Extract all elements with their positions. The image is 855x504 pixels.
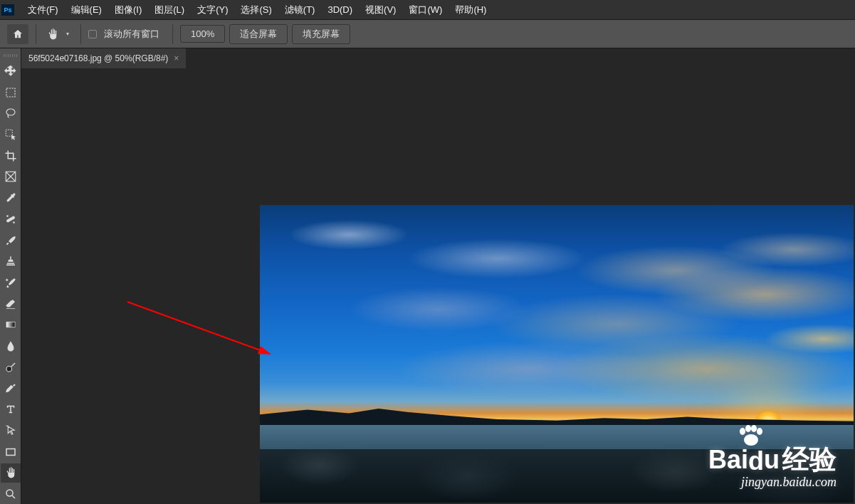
document-tab[interactable]: 56f5024e07168.jpg @ 50%(RGB/8#) × — [21, 48, 186, 68]
clone-stamp-tool[interactable] — [1, 251, 21, 271]
zoom-tool[interactable] — [1, 484, 21, 504]
menu-filter[interactable]: 滤镜(T) — [278, 1, 322, 19]
pen-tool[interactable] — [1, 379, 21, 399]
menu-layer[interactable]: 图层(L) — [148, 1, 191, 19]
menu-edit[interactable]: 编辑(E) — [65, 1, 108, 19]
arrow-icon — [4, 424, 17, 437]
tool-preset-dropdown[interactable]: ▾ — [66, 31, 69, 37]
blur-icon — [4, 340, 17, 352]
menu-type[interactable]: 文字(Y) — [191, 1, 234, 19]
blur-tool[interactable] — [1, 336, 21, 356]
svg-rect-7 — [6, 322, 15, 328]
lasso-icon — [4, 107, 17, 120]
eraser-icon — [4, 298, 17, 310]
healing-brush-tool[interactable] — [1, 209, 21, 229]
quick-select-icon — [4, 128, 17, 141]
divider — [36, 24, 36, 44]
history-brush-tool[interactable] — [1, 273, 21, 293]
menu-window[interactable]: 窗口(W) — [402, 1, 449, 19]
annotation-arrow — [124, 298, 277, 359]
canvas-area: 56f5024e07168.jpg @ 50%(RGB/8#) × — [21, 48, 855, 504]
dodge-tool[interactable] — [1, 357, 21, 377]
document-image — [260, 205, 854, 503]
hand-icon — [46, 28, 59, 41]
move-tool[interactable] — [1, 61, 21, 81]
home-icon — [12, 28, 23, 40]
frame-icon — [4, 170, 17, 183]
pen-icon — [4, 382, 17, 395]
hand-icon — [4, 466, 17, 479]
svg-rect-9 — [6, 448, 15, 455]
menu-image[interactable]: 图像(I) — [108, 1, 148, 19]
healing-icon — [4, 213, 17, 226]
marquee-icon — [4, 86, 17, 99]
rectangle-tool[interactable] — [1, 442, 21, 462]
divider — [172, 24, 173, 44]
divider — [80, 24, 81, 44]
document-tab-title: 56f5024e07168.jpg @ 50%(RGB/8#) — [28, 53, 168, 63]
brush-tool[interactable] — [1, 231, 21, 251]
eyedropper-tool[interactable] — [1, 188, 21, 208]
move-icon — [4, 65, 17, 78]
stamp-icon — [4, 255, 17, 268]
quick-select-tool[interactable] — [1, 125, 21, 145]
crop-icon — [4, 149, 17, 162]
canvas-viewport[interactable]: Baidduu 经验 jingyan.baidu.com — [21, 68, 855, 504]
close-tab-icon[interactable]: × — [174, 53, 179, 63]
zoom-100-button[interactable]: 100% — [180, 25, 225, 43]
lasso-tool[interactable] — [1, 103, 21, 123]
menu-3d[interactable]: 3D(D) — [321, 1, 359, 18]
hand-tool-indicator[interactable] — [43, 26, 62, 42]
menu-file[interactable]: 文件(F) — [21, 1, 65, 19]
svg-rect-4 — [6, 216, 15, 223]
home-button[interactable] — [7, 24, 28, 44]
options-bar: ▾ 滚动所有窗口 100% 适合屏幕 填充屏幕 — [0, 20, 855, 48]
dodge-icon — [4, 361, 17, 374]
svg-point-6 — [13, 222, 14, 224]
gradient-icon — [4, 318, 17, 331]
path-select-tool[interactable] — [1, 421, 21, 441]
menu-view[interactable]: 视图(V) — [359, 1, 402, 19]
rectangle-icon — [4, 446, 17, 458]
svg-point-8 — [6, 366, 12, 372]
eraser-tool[interactable] — [1, 294, 21, 314]
hand-tool[interactable] — [1, 463, 21, 483]
scroll-all-label: 滚动所有窗口 — [104, 28, 159, 41]
type-tool[interactable] — [1, 399, 21, 419]
history-brush-icon — [4, 276, 17, 289]
eyedropper-icon — [4, 191, 17, 204]
zoom-icon — [4, 488, 17, 500]
svg-point-5 — [6, 216, 8, 217]
scroll-all-windows-checkbox[interactable] — [88, 30, 97, 38]
type-icon — [4, 403, 17, 416]
svg-point-1 — [6, 109, 15, 115]
fit-screen-button[interactable]: 适合屏幕 — [229, 24, 288, 44]
menu-select[interactable]: 选择(S) — [234, 1, 278, 19]
menu-bar: Ps 文件(F) 编辑(E) 图像(I) 图层(L) 文字(Y) 选择(S) 滤… — [0, 0, 855, 20]
tools-panel — [0, 48, 21, 504]
svg-rect-0 — [6, 88, 15, 97]
svg-line-11 — [127, 302, 270, 354]
svg-point-10 — [6, 490, 13, 496]
brush-icon — [4, 234, 17, 247]
crop-tool[interactable] — [1, 146, 21, 166]
menu-help[interactable]: 帮助(H) — [449, 1, 493, 19]
gradient-tool[interactable] — [1, 315, 21, 335]
ps-logo: Ps — [1, 4, 14, 16]
fill-screen-button[interactable]: 填充屏幕 — [292, 24, 350, 44]
marquee-tool[interactable] — [1, 83, 21, 103]
frame-tool[interactable] — [1, 167, 21, 187]
